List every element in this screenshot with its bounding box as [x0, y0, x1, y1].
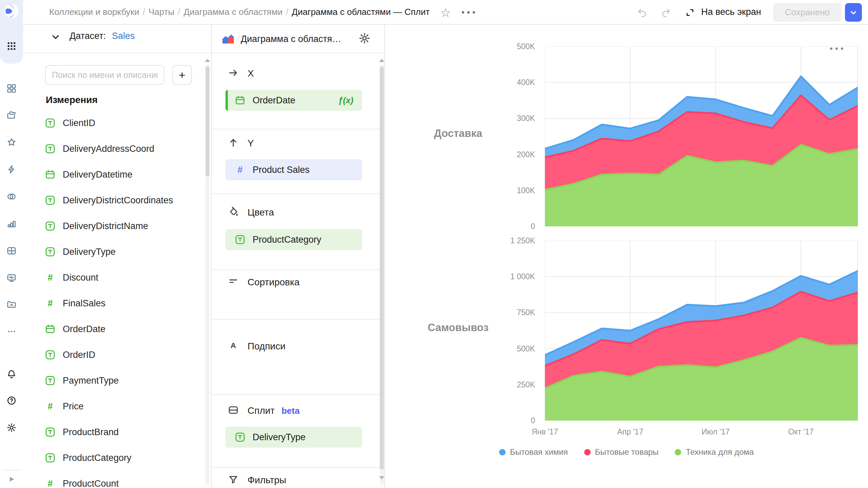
help-icon[interactable] — [6, 395, 17, 406]
field-row[interactable]: DeliveryDatetime — [45, 162, 198, 187]
datasets-icon[interactable] — [6, 191, 17, 202]
dataset-name-link[interactable]: Sales — [112, 31, 135, 41]
collapse-chevron-icon[interactable] — [50, 32, 61, 44]
field-row[interactable]: ClientID — [45, 110, 198, 136]
breadcrumb-link[interactable]: Чарты — [149, 7, 174, 17]
text-field-icon — [235, 432, 245, 442]
chart-type-title[interactable]: Диаграмма с областя… — [241, 34, 341, 44]
datalens-logo[interactable] — [4, 4, 19, 19]
y-axis-tick-label: 750K — [484, 307, 535, 318]
pill-product-sales[interactable]: # Product Sales — [225, 159, 362, 180]
add-field-button[interactable]: + — [172, 65, 192, 85]
field-row[interactable]: #Price — [45, 393, 198, 419]
breadcrumb-link[interactable]: Диаграмма с областями — [183, 7, 282, 17]
breadcrumb: Коллекции и воркбуки/Чарты/Диаграмма с о… — [49, 0, 430, 24]
datalens-chart-editor: Коллекции и воркбуки/Чарты/Диаграмма с о… — [0, 0, 868, 488]
field-row[interactable]: DeliveryDistrictCoordinates — [45, 187, 198, 213]
field-row[interactable]: OrderID — [45, 342, 198, 368]
saved-button[interactable]: Сохранено — [773, 3, 842, 22]
field-row[interactable]: DeliveryType — [45, 239, 198, 265]
x-axis-tick-label: Июл '17 — [688, 427, 743, 436]
y-axis-tick-label: 200K — [484, 149, 535, 160]
legend-label: Бытовая химия — [510, 447, 568, 457]
undo-icon[interactable] — [637, 7, 648, 19]
scroll-down-arrow[interactable] — [379, 476, 384, 480]
labels-a-icon: A — [228, 340, 239, 352]
scroll-up-arrow[interactable] — [205, 59, 210, 62]
text-field-icon — [45, 427, 55, 437]
legend-item[interactable]: Бытовые товары — [584, 447, 659, 457]
apps-grid-icon[interactable] — [6, 41, 17, 51]
filter-funnel-icon — [228, 474, 239, 486]
y-axis-tick-label: 0 — [484, 415, 535, 426]
field-name: OrderID — [63, 350, 95, 360]
legend-label: Техника для дома — [686, 447, 754, 457]
settings-gear-icon[interactable] — [6, 423, 17, 433]
field-row[interactable]: ProductBrand — [45, 419, 198, 445]
section-labels: A Подписи — [228, 340, 285, 353]
notifications-bell-icon[interactable] — [6, 369, 17, 379]
field-row[interactable]: PaymentType — [45, 368, 198, 393]
charts-icon[interactable] — [6, 219, 17, 229]
favorites-star-icon[interactable] — [6, 137, 17, 147]
beta-badge: beta — [281, 406, 299, 416]
section-y: Y — [228, 137, 254, 150]
section-split: Сплит beta — [228, 404, 300, 418]
text-field-icon — [45, 195, 55, 205]
save-dropdown-button[interactable] — [845, 3, 862, 22]
y-axis-tick-label: 300K — [484, 113, 535, 123]
calendar-icon — [235, 95, 245, 105]
nav-squares-icon[interactable] — [6, 83, 17, 94]
split-icon — [228, 405, 239, 417]
field-row[interactable]: #ProductCount — [45, 471, 198, 488]
rail-divider — [2, 470, 21, 470]
export-folder-icon[interactable] — [6, 299, 17, 309]
svg-text:#: # — [47, 401, 53, 411]
legend-item[interactable]: Бытовая химия — [499, 447, 568, 457]
field-search-input[interactable] — [45, 65, 164, 85]
pill-orderdate[interactable]: OrderDate ƒ(x) — [225, 90, 362, 111]
function-badge[interactable]: ƒ(x) — [338, 96, 353, 105]
section-colors: Цвета — [228, 206, 274, 219]
monitoring-icon[interactable] — [6, 273, 17, 283]
field-row[interactable]: DeliveryAddressCoord — [45, 136, 198, 162]
dashboards-icon[interactable] — [6, 246, 17, 256]
field-name: PaymentType — [63, 375, 119, 386]
fullscreen-label[interactable]: На весь экран — [701, 0, 761, 24]
favorite-star-icon[interactable]: ☆ — [440, 6, 451, 20]
field-row[interactable]: DeliveryDistrictName — [45, 213, 198, 239]
hash-icon: # — [45, 401, 55, 411]
pill-accent-bar — [225, 90, 228, 111]
pill-delivery-type[interactable]: DeliveryType — [225, 427, 362, 448]
area-chart-delivery[interactable] — [545, 46, 858, 226]
fullscreen-icon[interactable] — [685, 7, 695, 19]
area-chart-pickup[interactable] — [545, 241, 858, 421]
breadcrumb-link[interactable]: Коллекции и воркбуки — [49, 7, 139, 17]
hash-icon: # — [45, 298, 55, 308]
field-row[interactable]: #FinalSales — [45, 290, 198, 316]
text-field-icon — [45, 144, 55, 154]
dataset-panel: Датасет: Sales + Измерения ClientIDDeliv… — [23, 25, 212, 488]
more-icon[interactable] — [6, 326, 17, 337]
scroll-up-arrow[interactable] — [379, 59, 384, 62]
y-axis-tick-label: 0 — [484, 221, 535, 231]
chart-settings-gear-icon[interactable] — [358, 32, 371, 46]
more-menu-icon[interactable] — [462, 11, 475, 14]
scrollbar-thumb[interactable] — [205, 66, 210, 176]
area-chart-type-icon[interactable] — [221, 32, 235, 47]
field-name: DeliveryAddressCoord — [63, 144, 154, 154]
field-name: DeliveryType — [63, 247, 116, 257]
expand-sidebar-icon[interactable] — [6, 474, 17, 484]
text-field-icon — [45, 118, 55, 128]
redo-icon[interactable] — [660, 7, 671, 19]
field-row[interactable]: ProductCategory — [45, 445, 198, 471]
field-name: ClientID — [63, 118, 95, 128]
field-name: DeliveryDatetime — [63, 169, 133, 180]
quick-bolt-icon[interactable] — [6, 164, 17, 175]
legend-item[interactable]: Техника для дома — [675, 447, 754, 457]
field-row[interactable]: OrderDate — [45, 316, 198, 342]
scrollbar-thumb[interactable] — [380, 66, 384, 470]
collections-icon[interactable] — [6, 110, 17, 120]
pill-product-category[interactable]: ProductCategory — [225, 229, 362, 250]
field-row[interactable]: #Discount — [45, 265, 198, 290]
